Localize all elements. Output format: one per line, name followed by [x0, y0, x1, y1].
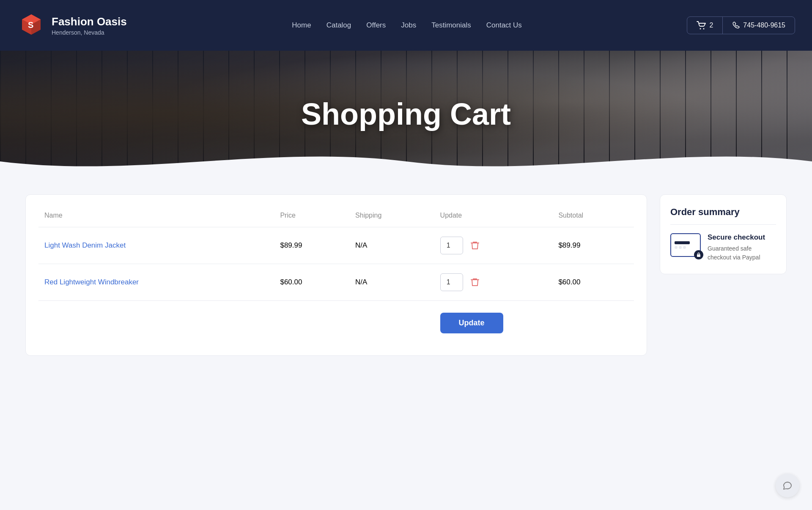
nav-actions: 2 745-480-9615 [687, 16, 795, 34]
logo-area: S Fashion Oasis Henderson, Nevada [17, 11, 127, 40]
brand-text: Fashion Oasis Henderson, Nevada [52, 15, 127, 36]
secure-desc: Guaranteed safe checkout via Paypal [708, 244, 776, 262]
qty-input-1[interactable] [440, 237, 463, 254]
qty-cell-1 [440, 237, 547, 254]
product-shipping-1: N/A [349, 227, 434, 264]
col-name: Name [38, 207, 274, 227]
order-summary-title: Order summary [670, 207, 776, 225]
svg-point-6 [700, 28, 701, 30]
cart-icon [697, 21, 706, 30]
card-line [675, 241, 690, 244]
nav-home[interactable]: Home [292, 21, 311, 30]
delete-button-2[interactable] [468, 275, 482, 289]
product-link-2[interactable]: Red Lightweight Windbreaker [44, 278, 139, 286]
brand-name: Fashion Oasis [52, 15, 127, 28]
col-price: Price [274, 207, 349, 227]
secure-checkout: Secure checkout Guaranteed safe checkout… [670, 233, 776, 262]
nav-links: Home Catalog Offers Jobs Testimonials Co… [144, 21, 670, 30]
table-row: Light Wash Denim Jacket $89.99 N/A [38, 227, 634, 264]
col-update: Update [434, 207, 553, 227]
navbar: S Fashion Oasis Henderson, Nevada Home C… [0, 0, 812, 51]
qty-input-2[interactable] [440, 273, 463, 291]
brand-logo-icon: S [17, 11, 46, 40]
cart-table: Name Price Shipping Update Subtotal Ligh… [38, 207, 634, 343]
cart-count: 2 [709, 22, 713, 29]
page-title: Shopping Cart [301, 97, 511, 131]
lock-badge [694, 250, 703, 259]
phone-number: 745-480-9615 [743, 22, 785, 29]
cart-button[interactable]: 2 [687, 17, 723, 34]
table-row: Red Lightweight Windbreaker $60.00 N/A [38, 264, 634, 301]
svg-text:S: S [28, 20, 33, 30]
product-shipping-2: N/A [349, 264, 434, 301]
svg-rect-8 [697, 254, 700, 257]
product-link-1[interactable]: Light Wash Denim Jacket [44, 241, 126, 249]
nav-catalog[interactable]: Catalog [326, 21, 351, 30]
trash-icon-2 [470, 277, 480, 287]
product-subtotal-2: $60.00 [552, 264, 634, 301]
card-dot-2 [679, 246, 682, 249]
card-dots [675, 246, 686, 249]
col-subtotal: Subtotal [552, 207, 634, 227]
brand-location: Henderson, Nevada [52, 29, 127, 36]
main-content: Name Price Shipping Update Subtotal Ligh… [0, 177, 812, 381]
secure-text: Secure checkout Guaranteed safe checkout… [708, 233, 776, 262]
update-row: Update [38, 301, 634, 343]
trash-icon-1 [470, 240, 480, 251]
update-button[interactable]: Update [440, 313, 503, 333]
cart-section: Name Price Shipping Update Subtotal Ligh… [25, 194, 647, 356]
product-subtotal-1: $89.99 [552, 227, 634, 264]
order-summary: Order summary [660, 194, 787, 274]
card-dot-1 [675, 246, 678, 249]
hero-wave [0, 145, 812, 177]
nav-testimonials[interactable]: Testimonials [431, 21, 471, 30]
nav-offers[interactable]: Offers [366, 21, 386, 30]
svg-point-7 [703, 28, 705, 30]
delete-button-1[interactable] [468, 239, 482, 252]
phone-button[interactable]: 745-480-9615 [723, 17, 795, 33]
card-dot-3 [683, 246, 686, 249]
cart-table-header: Name Price Shipping Update Subtotal [38, 207, 634, 227]
product-price-2: $60.00 [274, 264, 349, 301]
lock-icon [696, 252, 701, 257]
nav-jobs[interactable]: Jobs [401, 21, 416, 30]
nav-contact[interactable]: Contact Us [486, 21, 522, 30]
secure-icon [670, 233, 701, 257]
product-price-1: $89.99 [274, 227, 349, 264]
hero-section: Shopping Cart [0, 51, 812, 177]
qty-cell-2 [440, 273, 547, 291]
secure-title: Secure checkout [708, 233, 776, 242]
phone-icon [732, 22, 740, 29]
col-shipping: Shipping [349, 207, 434, 227]
